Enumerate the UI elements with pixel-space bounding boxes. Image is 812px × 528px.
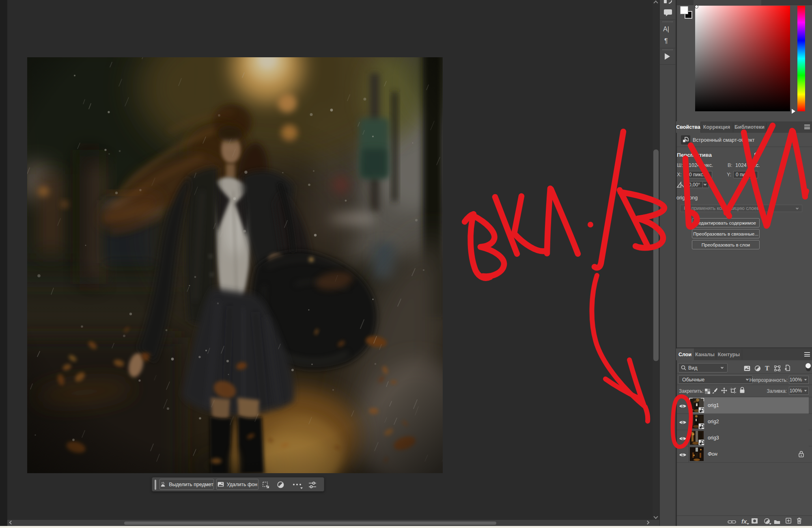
svg-text:A|: A| [663,26,669,32]
svg-text:¶: ¶ [664,37,668,44]
